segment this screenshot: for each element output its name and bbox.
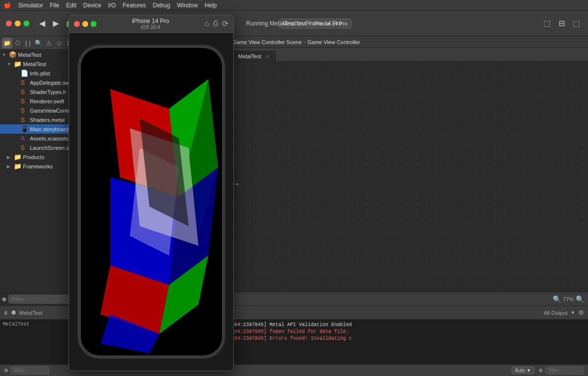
sim-body xyxy=(69,33,233,371)
frameworks-label: Frameworks xyxy=(23,164,53,169)
menu-window[interactable]: Window xyxy=(177,2,198,9)
swift-icon2: S xyxy=(21,97,28,105)
file-label: Assets.xcassets xyxy=(30,136,69,141)
auto-label: Auto xyxy=(515,368,525,373)
maximize-button[interactable] xyxy=(24,21,29,26)
sim-ios-version: iOS 16.4 xyxy=(99,24,201,30)
swift-icon: S xyxy=(21,79,28,86)
debug-toggle[interactable]: ⊟ xyxy=(557,18,567,29)
assets-icon: A xyxy=(21,135,28,142)
debug-btn-1[interactable]: ⏸ xyxy=(3,310,8,316)
run-status-text: Running MetalTest on iPhone 14 Pro xyxy=(246,20,342,27)
file-label: ShaderTypes.h xyxy=(30,89,66,95)
menu-device[interactable]: Device xyxy=(83,2,101,9)
sim-traffic-lights xyxy=(74,21,97,27)
file-label: Shaders.metal xyxy=(30,117,65,123)
plist-icon: 📄 xyxy=(21,70,28,77)
nav-find-icon[interactable]: 🔍 xyxy=(33,38,44,48)
storyboard-icon: 📱 xyxy=(21,125,28,133)
products-icon: 📁 xyxy=(14,153,22,161)
sim-titlebar: iPhone 14 Pro iOS 16.4 ⌂ ⎙ ⟳ xyxy=(69,15,233,33)
file-label: Renderer.swift xyxy=(30,98,64,104)
file-label: Main.storyboard xyxy=(30,126,69,132)
navigator-toggle[interactable]: ⬚ xyxy=(541,18,553,29)
expand-arrow: ▼ xyxy=(2,52,9,57)
sim-device-name: iPhone 14 Pro xyxy=(99,18,201,24)
menu-file[interactable]: File xyxy=(50,2,59,9)
side-button xyxy=(223,97,225,126)
zoom-controls: 🔍 77% 🔍 xyxy=(553,295,584,303)
status-filter-right-icon: ⊕ xyxy=(539,367,543,374)
menu-edit[interactable]: Edit xyxy=(66,2,76,9)
console-settings-icon[interactable]: ⚙ xyxy=(578,309,584,316)
nav-source-icon[interactable]: ⎔ xyxy=(12,38,23,48)
apple-menu[interactable]: 🍎 xyxy=(4,2,11,9)
group-icon: 📁 xyxy=(14,60,22,68)
metal-icon: S xyxy=(21,116,28,123)
status-filter-input[interactable] xyxy=(10,366,49,375)
auto-chevron: ▼ xyxy=(526,368,531,373)
products-label: Products xyxy=(23,154,44,160)
frameworks-icon: 📁 xyxy=(14,163,22,170)
zoom-out-button[interactable]: 🔍 xyxy=(553,295,561,303)
crumb-4[interactable]: Game View Controller Scene xyxy=(232,39,302,45)
back-button[interactable]: ◀ xyxy=(37,18,47,29)
iphone-screen xyxy=(81,48,222,355)
simulator-window: iPhone 14 Pro iOS 16.4 ⌂ ⎙ ⟳ xyxy=(69,15,234,371)
tab-metaltest[interactable]: MetalTest ✕ xyxy=(232,51,276,61)
crumb-5[interactable]: Game View Controller xyxy=(307,39,360,45)
file-label: Info.plist xyxy=(30,70,50,76)
swift-icon3: S xyxy=(21,107,28,114)
menu-simulator[interactable]: Simulator xyxy=(18,2,43,9)
output-chevron: ▼ xyxy=(570,310,575,315)
sim-close[interactable] xyxy=(74,21,80,27)
sim-max[interactable] xyxy=(91,21,97,27)
nav-issue-icon[interactable]: ⚠ xyxy=(44,38,54,48)
iphone-frame xyxy=(78,45,225,358)
project-label: MetalTest xyxy=(18,52,41,58)
nav-symbol-icon[interactable]: { } xyxy=(23,38,33,48)
frameworks-arrow: ▶ xyxy=(7,164,14,169)
menu-features[interactable]: Features xyxy=(122,2,146,9)
close-button[interactable] xyxy=(6,21,12,26)
products-arrow: ▶ xyxy=(7,155,14,160)
debug-label: MetalTest xyxy=(19,310,42,316)
sim-min[interactable] xyxy=(82,21,88,27)
sim-home-icon[interactable]: ⌂ xyxy=(204,19,209,28)
filter-icon-status: ⊕ xyxy=(4,367,8,374)
nav-test-icon[interactable]: ◇ xyxy=(54,38,64,48)
group-arrow: ▼ xyxy=(7,62,14,67)
debug-btn-2[interactable]: ⬢ xyxy=(11,309,16,316)
status-filter-right-input[interactable] xyxy=(545,366,584,375)
zoom-level: 77% xyxy=(563,296,574,302)
nav-file-icon[interactable]: 📁 xyxy=(2,38,12,48)
inspector-toggle[interactable]: ⬚ xyxy=(571,18,582,29)
sim-frame: iPhone 14 Pro iOS 16.4 ⌂ ⎙ ⟳ xyxy=(69,15,234,371)
auto-badge[interactable]: Auto ▼ xyxy=(512,367,535,374)
dynamic-island xyxy=(132,54,171,68)
sim-title-block: iPhone 14 Pro iOS 16.4 xyxy=(99,18,201,30)
sep-4: › xyxy=(304,39,306,45)
menu-io[interactable]: I/O xyxy=(108,2,116,9)
filter-icon: ⊕ xyxy=(2,296,6,303)
zoom-in-button[interactable]: 🔍 xyxy=(576,295,584,303)
forward-button[interactable]: ▶ xyxy=(51,18,61,29)
sim-screenshot-icon[interactable]: ⎙ xyxy=(213,19,218,28)
project-icon: 📦 xyxy=(9,51,17,58)
metal-graphics xyxy=(81,48,222,355)
menu-bar: 🍎 Simulator File Edit Device I/O Feature… xyxy=(0,0,588,11)
traffic-lights xyxy=(6,21,29,26)
sim-controls: ⌂ ⎙ ⟳ xyxy=(204,19,228,28)
launch-icon: S xyxy=(21,144,28,151)
minimize-button[interactable] xyxy=(15,21,21,26)
run-status-center: Running MetalTest on iPhone 14 Pro xyxy=(246,20,342,27)
menu-debug[interactable]: Debug xyxy=(153,2,170,9)
menu-help[interactable]: Help xyxy=(205,2,217,9)
group-label: MetalTest xyxy=(23,61,46,67)
sim-rotate-icon[interactable]: ⟳ xyxy=(222,19,228,28)
output-label: All Output xyxy=(544,310,567,316)
file-label: AppDelegate.swift xyxy=(30,80,74,86)
h-icon: S xyxy=(21,88,28,95)
